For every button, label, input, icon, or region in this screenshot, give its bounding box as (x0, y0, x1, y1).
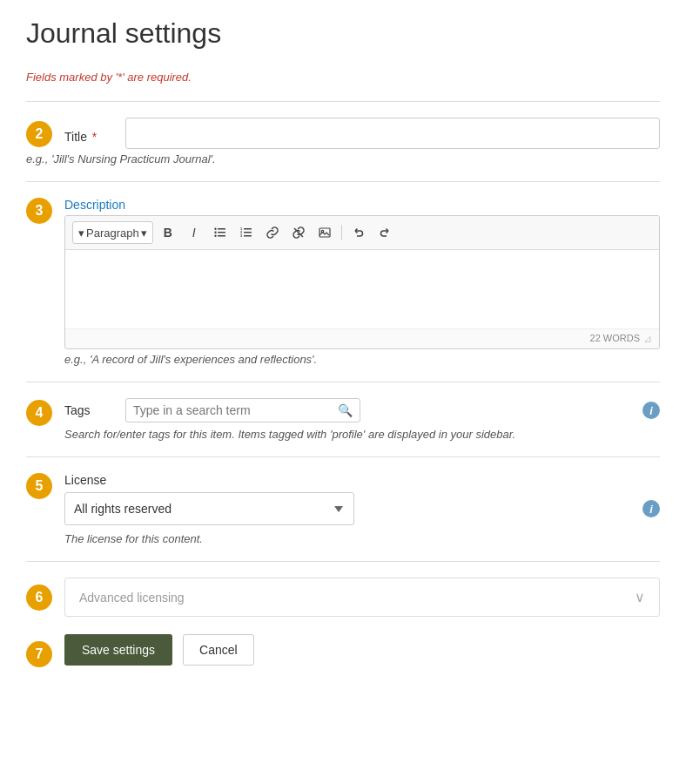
svg-rect-6 (244, 228, 252, 230)
editor-footer: 22 WORDS ⊿ (65, 328, 659, 348)
tags-search-wrapper[interactable]: 🔍 (125, 398, 360, 422)
divider-4 (26, 456, 660, 457)
cancel-button[interactable]: Cancel (183, 634, 254, 666)
license-field-section: 5 License All rights reserved Creative C… (26, 473, 660, 545)
page-title: Journal settings (26, 17, 660, 50)
undo-button[interactable] (347, 221, 370, 244)
required-note: Fields marked by '*' are required. (26, 71, 660, 84)
advanced-licensing-toggle[interactable]: Advanced licensing ∨ (64, 578, 660, 617)
step-5-badge-wrapper: 5 (26, 473, 52, 499)
format-dropdown-arrow: ▾ (141, 226, 147, 240)
step-badge-6: 6 (26, 585, 52, 611)
svg-line-12 (294, 228, 303, 237)
divider-3 (26, 382, 660, 382)
step-4-badge-wrapper: 4 (26, 400, 52, 426)
resize-handle-icon: ⊿ (643, 333, 652, 345)
title-input[interactable] (125, 118, 660, 149)
svg-text:3: 3 (240, 233, 243, 238)
remove-link-button[interactable] (287, 221, 310, 244)
editor-toolbar: ▾ Paragraph ▾ B I 123 (65, 216, 659, 250)
tags-hint: Search for/enter tags for this item. Ite… (64, 428, 660, 441)
svg-point-3 (214, 228, 216, 230)
title-hint: e.g., 'Jill's Nursing Practicum Journal'… (26, 152, 660, 166)
title-field-section: 2 Title * (26, 118, 660, 149)
divider-5 (26, 561, 660, 562)
toolbar-divider (341, 225, 342, 240)
license-select[interactable]: All rights reserved Creative Commons Att… (64, 492, 354, 525)
step-2-badge: 2 (26, 121, 52, 147)
svg-rect-13 (319, 228, 330, 237)
svg-rect-8 (244, 235, 252, 237)
format-dropdown-label: Paragraph (86, 226, 139, 240)
license-info-icon[interactable]: i (642, 500, 660, 517)
word-count: 22 WORDS (590, 333, 640, 345)
redo-button[interactable] (373, 221, 396, 244)
description-field-section: 3 Description ▾ Paragraph ▾ B I 123 (26, 198, 660, 349)
svg-rect-0 (218, 228, 225, 230)
italic-button[interactable]: I (183, 221, 205, 244)
tags-field-section: 4 Tags 🔍 i (26, 398, 660, 422)
format-dropdown[interactable]: ▾ Paragraph ▾ (72, 221, 153, 244)
chevron-down-icon: ∨ (635, 589, 645, 605)
divider-1 (26, 101, 660, 102)
license-row: All rights reserved Creative Commons Att… (64, 492, 660, 525)
advanced-licensing-section: 6 Advanced licensing ∨ (26, 578, 660, 617)
tags-label: Tags (64, 403, 117, 417)
svg-point-4 (214, 232, 216, 233)
step-badge-2: 2 (26, 121, 52, 147)
svg-rect-2 (218, 235, 225, 237)
tags-search-input[interactable] (133, 403, 333, 417)
step-badge-7: 7 (26, 641, 52, 667)
bullets-button[interactable] (209, 221, 232, 244)
buttons-section: 7 Save settings Cancel (26, 634, 660, 666)
divider-2 (26, 181, 660, 182)
link-button[interactable] (261, 221, 284, 244)
bold-button[interactable]: B (157, 221, 179, 244)
search-icon: 🔍 (338, 403, 353, 417)
description-hint: e.g., 'A record of Jill's experiences an… (64, 353, 660, 366)
description-label: Description (64, 198, 125, 212)
save-button[interactable]: Save settings (64, 634, 172, 666)
title-label: Title * (64, 123, 117, 144)
editor-body[interactable] (65, 250, 659, 328)
buttons-row: Save settings Cancel (64, 634, 660, 666)
step-badge-5: 5 (26, 473, 52, 499)
svg-rect-1 (218, 232, 225, 233)
numbered-button[interactable]: 123 (235, 221, 258, 244)
tags-info-icon[interactable]: i (642, 402, 660, 419)
format-dropdown-chevron: ▾ (78, 226, 84, 240)
step-7-badge-wrapper: 7 (26, 641, 52, 667)
step-badge-3: 3 (26, 198, 52, 224)
license-label: License (64, 473, 660, 487)
svg-rect-7 (244, 232, 252, 233)
editor-container: ▾ Paragraph ▾ B I 123 (64, 215, 660, 349)
svg-point-5 (214, 235, 216, 237)
step-6-badge-wrapper: 6 (26, 585, 52, 611)
step-3-badge-wrapper: 3 (26, 198, 52, 224)
license-hint: The license for this content. (64, 532, 660, 545)
step-badge-4: 4 (26, 400, 52, 426)
image-button[interactable] (313, 221, 336, 244)
advanced-licensing-label: Advanced licensing (79, 591, 185, 605)
